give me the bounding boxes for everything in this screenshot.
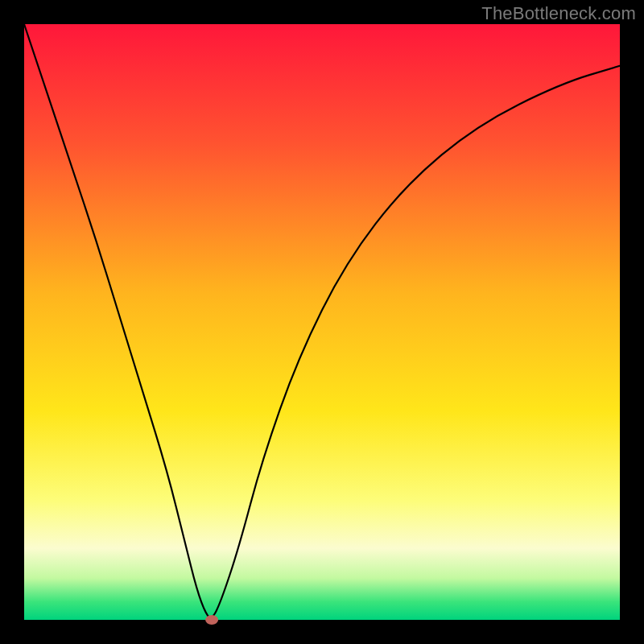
watermark-text: TheBottleneck.com: [481, 3, 636, 24]
chart-svg: [0, 0, 644, 644]
optimum-marker: [205, 615, 218, 625]
plot-background: [24, 24, 620, 620]
chart-frame: TheBottleneck.com: [0, 0, 644, 644]
